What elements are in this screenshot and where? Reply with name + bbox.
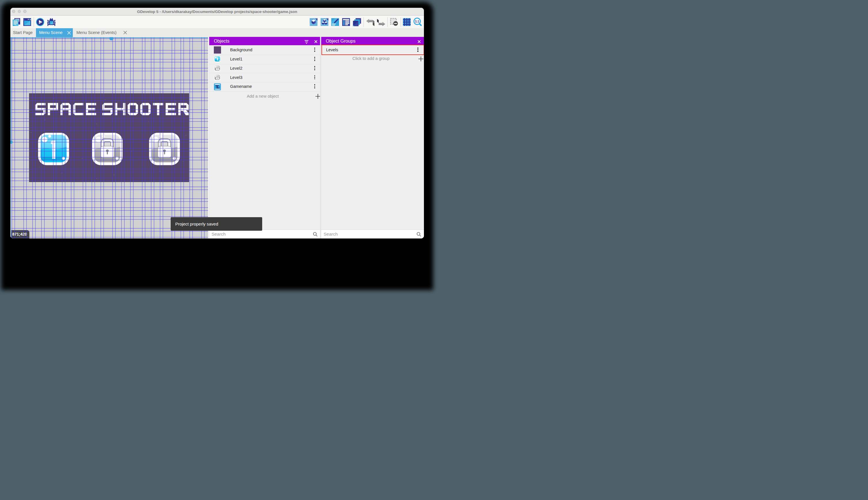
svg-text:1:1: 1:1	[415, 19, 419, 23]
